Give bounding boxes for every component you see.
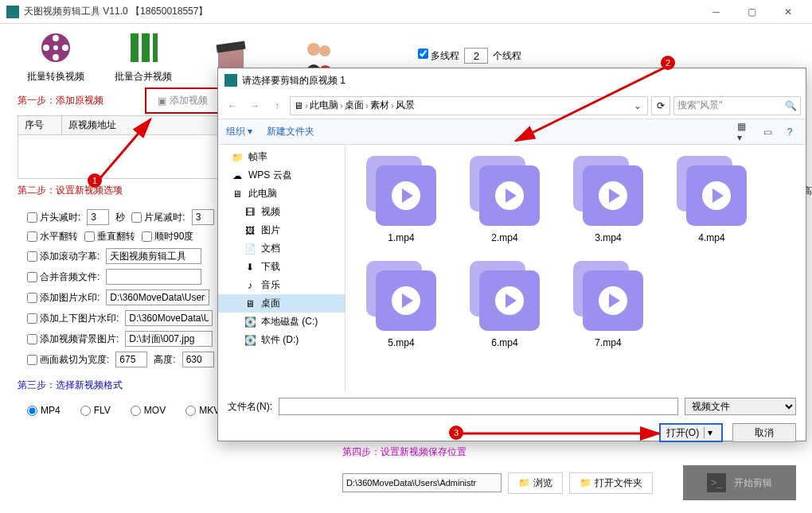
organize-button[interactable]: 组织 ▾: [226, 125, 252, 138]
app-icon: [224, 74, 237, 87]
view-button[interactable]: ▦ ▾: [737, 124, 753, 140]
sidebar-item[interactable]: 📄文档: [218, 239, 345, 258]
cancel-button[interactable]: 取消: [732, 423, 796, 442]
tool-batch-convert[interactable]: 批量转换视频: [20, 29, 92, 84]
video-icon: 🎞: [244, 206, 256, 219]
scroll-sub-checkbox[interactable]: 添加滚动字幕:: [27, 250, 100, 263]
svg-point-3: [43, 45, 49, 51]
thread-unit-label: 个线程: [493, 49, 521, 63]
sidebar-item[interactable]: 📁帧率: [218, 148, 345, 166]
back-button[interactable]: ←: [223, 96, 242, 115]
disk-icon: 💽: [244, 316, 256, 328]
tb-wm-input[interactable]: [125, 310, 213, 326]
sidebar-item[interactable]: ⬇下载: [218, 258, 345, 276]
search-icon: 🔍: [785, 100, 797, 111]
new-folder-button[interactable]: 新建文件夹: [267, 125, 314, 138]
img-wm-checkbox[interactable]: 添加图片水印:: [27, 291, 100, 305]
svg-point-11: [307, 43, 320, 56]
merge-audio-input[interactable]: [106, 269, 201, 285]
sidebar-item[interactable]: ☁WPS 云盘: [218, 166, 345, 185]
forward-button[interactable]: →: [245, 96, 264, 115]
maximize-button[interactable]: ▢: [734, 0, 770, 24]
window-title: 天图视频剪辑工具 V11.0 【18650018557】: [24, 5, 698, 18]
filename-label: 文件名(N):: [228, 400, 272, 414]
file-item[interactable]: 3.mp4: [568, 153, 648, 243]
minimize-button[interactable]: ─: [698, 0, 734, 24]
file-item[interactable]: 2.mp4: [465, 153, 545, 243]
sidebar-item[interactable]: 🎞视频: [218, 203, 345, 221]
bg-img-checkbox[interactable]: 添加视频背景图片:: [27, 332, 119, 346]
video-icon: ▣: [158, 95, 166, 107]
crop-h-input[interactable]: [182, 352, 214, 367]
svg-point-1: [53, 35, 59, 41]
file-name: 4.mp4: [698, 232, 724, 243]
sidebar-item[interactable]: 💽本地磁盘 (C:): [218, 313, 345, 331]
file-item[interactable]: 1.mp4: [361, 153, 441, 243]
step1-label: 第一步：添加原视频: [0, 91, 121, 111]
file-name: 7.mp4: [595, 337, 621, 348]
img-wm-input[interactable]: [106, 290, 209, 305]
start-button[interactable]: >_ 开始剪辑: [683, 465, 796, 500]
music-icon: ♪: [244, 279, 256, 292]
vflip-checkbox[interactable]: 垂直翻转: [84, 230, 135, 243]
browse-button[interactable]: 📁浏览: [508, 472, 563, 494]
file-item[interactable]: 4.mp4: [672, 153, 751, 243]
thread-count-input[interactable]: [464, 48, 488, 64]
close-button[interactable]: ✕: [770, 0, 806, 24]
file-item[interactable]: 5.mp4: [361, 258, 441, 348]
tb-wm-checkbox[interactable]: 添加上下图片水印:: [27, 312, 119, 325]
multithread-checkbox[interactable]: 多线程: [418, 49, 459, 63]
tool-batch-merge[interactable]: 批量合并视频: [107, 29, 179, 84]
video-thumbnail-icon: [673, 153, 750, 229]
file-name: 5.mp4: [388, 337, 414, 348]
filetype-select[interactable]: 视频文件: [685, 398, 796, 415]
tail-trim-input[interactable]: [192, 209, 214, 225]
format-mov[interactable]: MOV: [131, 405, 166, 416]
video-thumbnail-icon: [570, 153, 646, 229]
scroll-sub-input[interactable]: [106, 248, 201, 264]
folder-icon: 📁: [518, 477, 530, 488]
format-mp4[interactable]: MP4: [27, 405, 61, 416]
annotation-arrow-3: [462, 426, 669, 441]
file-list[interactable]: 1.mp4 2.mp4 3.mp4 4.mp4 5.mp4 6.mp4 7.mp…: [345, 145, 806, 391]
file-item[interactable]: 6.mp4: [465, 258, 545, 348]
main-titlebar: 天图视频剪辑工具 V11.0 【18650018557】 ─ ▢ ✕: [0, 0, 812, 24]
folder-tree[interactable]: 📁帧率☁WPS 云盘🖥此电脑🎞视频🖼图片📄文档⬇下载♪音乐🖥桌面💽本地磁盘 (C…: [218, 145, 345, 391]
save-path-input[interactable]: [342, 473, 502, 492]
filmstrip-icon: [124, 29, 162, 67]
sidebar-item[interactable]: 🖥桌面: [218, 294, 345, 313]
chevron-down-icon[interactable]: ▾: [704, 427, 716, 438]
merge-audio-checkbox[interactable]: 合并音频文件:: [27, 270, 100, 284]
open-folder-button[interactable]: 📁打开文件夹: [569, 472, 653, 494]
svg-rect-6: [131, 33, 139, 62]
doc-icon: 📄: [244, 243, 256, 255]
bg-img-input[interactable]: [125, 331, 213, 347]
up-button[interactable]: ↑: [267, 96, 287, 115]
open-button[interactable]: 打开(O)▾: [659, 423, 723, 442]
crop-w-input[interactable]: [115, 352, 147, 367]
video-thumbnail-icon: [467, 153, 543, 229]
format-mkv[interactable]: MKV: [185, 405, 220, 416]
preview-button[interactable]: ▭: [759, 124, 775, 140]
file-name: 2.mp4: [491, 232, 517, 243]
annotation-arrow-2: [509, 68, 669, 147]
tool-label: 批量合并视频: [115, 70, 172, 84]
add-video-button[interactable]: ▣ 添加视频: [145, 87, 221, 114]
pc-icon: 🖥: [294, 100, 303, 111]
cloud-icon: ☁: [231, 169, 244, 182]
tail-trim-checkbox[interactable]: 片尾减时:: [131, 211, 185, 224]
sidebar-item[interactable]: 🖼图片: [218, 221, 345, 239]
sidebar-item[interactable]: 🖥此电脑: [218, 185, 345, 203]
head-trim-checkbox[interactable]: 片头减时:: [27, 211, 80, 224]
hflip-checkbox[interactable]: 水平翻转: [27, 230, 78, 243]
format-flv[interactable]: FLV: [80, 405, 111, 416]
sidebar-item[interactable]: ♪音乐: [218, 276, 345, 294]
sidebar-item[interactable]: 💽软件 (D:): [218, 331, 345, 349]
crop-checkbox[interactable]: 画面裁切为宽度:: [27, 353, 109, 367]
file-item[interactable]: 7.mp4: [568, 258, 648, 348]
rotate90-checkbox[interactable]: 顺时90度: [142, 230, 193, 243]
search-input[interactable]: 搜索"风景" 🔍: [673, 96, 801, 115]
help-button[interactable]: ?: [782, 124, 798, 140]
head-trim-input[interactable]: [87, 209, 109, 225]
filename-input[interactable]: [279, 398, 678, 415]
